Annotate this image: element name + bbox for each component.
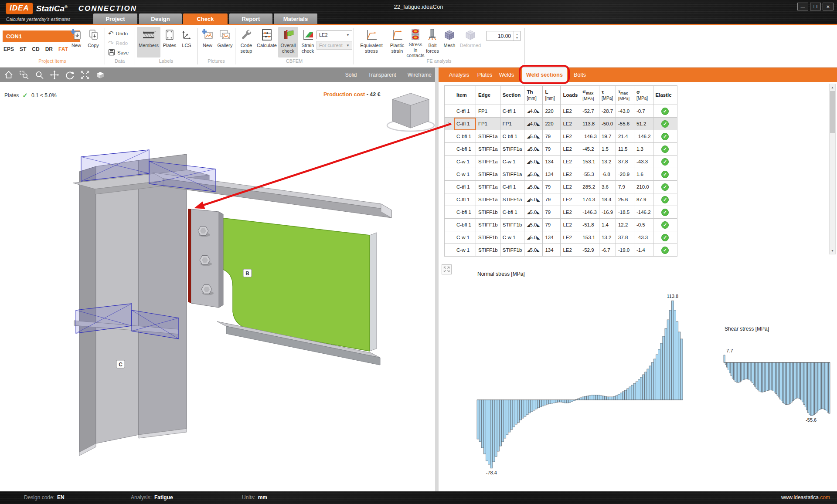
home-view-icon[interactable] [2,69,15,81]
table-row[interactable]: >C-tfl 1FP1FP1◢4.0◣220LE2113.8-50.0-55.6… [445,118,677,130]
table-cell[interactable]: -43.3 [634,231,653,244]
table-cell[interactable]: LE2 [561,143,580,156]
table-row[interactable]: C-tfl 1FP1C-tfl 1◢4.0◣220LE2-52.7-28.7-4… [445,105,677,118]
deformed-scale-stepper[interactable]: 10.00 ▲▼ [487,31,521,41]
table-cell[interactable]: -146.3 [580,130,599,143]
table-cell[interactable]: ✓ [653,231,677,244]
table-cell[interactable]: ✓ [653,193,677,206]
scope-select[interactable]: For current▼ [316,41,352,50]
table-cell[interactable]: -0.7 [634,105,653,118]
table-cell[interactable]: C-tfl 1 [454,181,476,193]
table-cell[interactable] [445,156,454,168]
mode-eps[interactable]: EPS [3,46,14,52]
table-cell[interactable]: 153.1 [580,231,599,244]
table-cell[interactable]: ✓ [653,206,677,219]
table-row[interactable]: C-bfl 1STIFF1aSTIFF1a◢5.0◣79LE2-45.21.51… [445,143,677,156]
table-cell[interactable]: C-w 1 [454,156,476,168]
ribbon-tab-report[interactable]: Report [229,14,272,24]
overall-check-button[interactable]: Overallcheck [278,27,298,58]
table-cell[interactable]: ◢5.0◣ [524,193,543,206]
col-header-Elastic[interactable]: Elastic [653,86,677,105]
panel-splitter[interactable] [435,68,439,491]
table-cell[interactable]: -18.5 [616,206,634,219]
table-cell[interactable]: 134 [543,168,561,181]
table-cell[interactable]: FP1 [500,118,524,130]
table-cell[interactable]: STIFF1a [476,143,500,156]
table-cell[interactable]: ◢5.0◣ [524,143,543,156]
table-cell[interactable]: ◢5.0◣ [524,244,543,257]
table-cell[interactable]: STIFF1a [500,143,524,156]
maximize-button[interactable]: ❐ [810,3,821,10]
table-row[interactable]: C-w 1STIFF1aSTIFF1a◢5.0◣134LE2-55.3-6.8-… [445,168,677,181]
table-cell[interactable]: C-tfl 1 [454,193,476,206]
table-row[interactable]: C-tfl 1STIFF1aC-tfl 1◢5.0◣79LE2285.23.67… [445,181,677,193]
table-cell[interactable] [445,206,454,219]
weld-seam[interactable] [188,209,191,303]
load-effect-select[interactable]: LE2▼ [316,30,352,39]
calculate-button[interactable]: Calculate [256,27,278,58]
scrollbar-thumb[interactable] [830,91,835,133]
table-cell[interactable]: 7.9 [616,181,634,193]
table-cell[interactable]: LE2 [561,219,580,231]
table-cell[interactable]: ✓ [653,105,677,118]
stress-in-contacts-button[interactable]: Stress incontacts [407,27,424,58]
table-cell[interactable]: STIFF1a [476,156,500,168]
table-cell[interactable]: C-w 1 [454,244,476,257]
col-header-σ[interactable]: σmax[MPa] [580,86,599,105]
lcs-toggle-button[interactable]: LCS [178,27,195,58]
view-mode-solid[interactable]: Solid [345,72,357,78]
table-cell[interactable]: STIFF1b [476,206,500,219]
table-cell[interactable]: -45.2 [580,143,599,156]
tab-weld-sections[interactable]: Weld sections [522,68,567,82]
ribbon-tab-check[interactable]: Check [183,14,228,24]
table-cell[interactable]: C-w 1 [500,231,524,244]
mesh-button[interactable]: Mesh [441,27,458,58]
table-cell[interactable]: 18.4 [599,193,616,206]
table-cell[interactable] [445,231,454,244]
ribbon-tab-materials[interactable]: Materials [274,14,317,24]
table-cell[interactable]: STIFF1b [476,244,500,257]
table-cell[interactable]: 113.8 [580,118,599,130]
ribbon-tab-design[interactable]: Design [139,14,182,24]
table-cell[interactable]: 13.2 [599,231,616,244]
zoom-icon[interactable] [33,69,46,81]
table-cell[interactable]: -43.3 [634,156,653,168]
table-cell[interactable]: STIFF1b [476,219,500,231]
table-cell[interactable]: -50.0 [599,118,616,130]
close-button[interactable]: ✕ [823,3,834,10]
table-cell[interactable]: -1.4 [634,244,653,257]
table-cell[interactable]: 1.5 [599,143,616,156]
table-cell[interactable]: STIFF1a [476,181,500,193]
table-cell[interactable]: -51.8 [580,219,599,231]
expand-charts-button[interactable] [442,264,452,274]
mode-fat[interactable]: FAT [58,46,68,52]
table-cell[interactable]: C-tfl 1 [500,181,524,193]
table-cell[interactable]: ◢5.0◣ [524,206,543,219]
copy-item-button[interactable]: Copy [85,27,102,48]
table-cell[interactable]: -6.8 [599,168,616,181]
table-cell[interactable]: LE2 [561,168,580,181]
save-button[interactable]: Save [108,49,129,57]
table-cell[interactable]: ◢5.0◣ [524,168,543,181]
plates-toggle-button[interactable]: Plates [161,27,178,58]
equivalent-stress-button[interactable]: Equivalentstress [356,27,387,58]
table-cell[interactable]: ✓ [653,244,677,257]
table-cell[interactable]: 134 [543,156,561,168]
table-cell[interactable]: -146.3 [580,206,599,219]
view-mode-wireframe[interactable]: Wireframe [408,72,432,78]
table-cell[interactable]: C-bfl 1 [454,219,476,231]
table-cell[interactable]: ◢5.0◣ [524,231,543,244]
new-item-button[interactable]: New [68,27,85,48]
table-cell[interactable]: ◢5.0◣ [524,156,543,168]
table-cell[interactable]: STIFF1b [500,244,524,257]
table-cell[interactable]: 79 [543,206,561,219]
table-cell[interactable]: 12.2 [616,219,634,231]
table-cell[interactable]: 79 [543,130,561,143]
table-cell[interactable]: C-tfl 1 [454,105,476,118]
table-cell[interactable]: -19.0 [616,244,634,257]
col-header-Loads[interactable]: Loads [561,86,580,105]
tab-plates[interactable]: Plates [474,68,495,82]
table-cell[interactable]: C-w 1 [454,231,476,244]
table-cell[interactable]: ◢4.0◣ [524,105,543,118]
table-cell[interactable] [445,181,454,193]
